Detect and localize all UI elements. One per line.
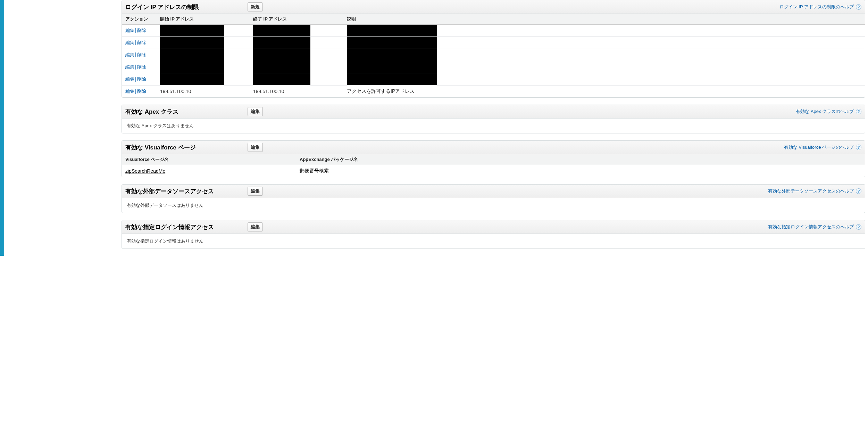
section-login-ip: ログイン IP アドレスの制限 新規 ログイン IP アドレスの制限のヘルプ ?…	[122, 0, 865, 98]
edit-button[interactable]: 編集	[248, 143, 263, 152]
section-header: 有効な Apex クラス 編集 有効な Apex クラスのヘルプ ?	[122, 105, 865, 119]
help-icon[interactable]: ?	[856, 109, 861, 114]
col-vf-name: Visualforce ページ名	[122, 154, 296, 165]
section-apex: 有効な Apex クラス 編集 有効な Apex クラスのヘルプ ? 有効な A…	[122, 105, 865, 133]
desc-cell: アクセスを許可するIPアドレス	[343, 85, 865, 98]
table-row: 編集|削除11E	[122, 61, 865, 73]
help-link[interactable]: 有効な指定ログイン情報アクセスのヘルプ	[768, 224, 854, 230]
delete-link[interactable]: 削除	[137, 64, 146, 70]
separator: |	[135, 76, 136, 82]
redaction-block	[160, 73, 224, 85]
section-header: ログイン IP アドレスの制限 新規 ログイン IP アドレスの制限のヘルプ ?	[122, 0, 865, 14]
end-ip-cell: 5	[250, 49, 343, 61]
redaction-block	[160, 61, 224, 73]
table-row: 編集|削除198.51.100.10198.51.100.10アクセスを許可する…	[122, 85, 865, 98]
section-title: ログイン IP アドレスの制限	[125, 3, 248, 11]
edit-button[interactable]: 編集	[248, 107, 263, 116]
delete-link[interactable]: 削除	[137, 89, 146, 94]
help-icon[interactable]: ?	[856, 224, 861, 230]
section-title: 有効な Apex クラス	[125, 108, 248, 116]
separator: |	[135, 64, 136, 70]
redaction-block	[253, 61, 310, 73]
table-row: 編集|削除55a	[122, 25, 865, 37]
redaction-block	[160, 49, 224, 61]
table-row: 編集|削除11E	[122, 73, 865, 85]
separator: |	[135, 88, 136, 94]
desc-cell: a	[343, 49, 865, 61]
redaction-block	[160, 37, 224, 49]
separator: |	[135, 27, 136, 33]
help-icon[interactable]: ?	[856, 4, 861, 10]
start-ip-cell: 198.51.100.10	[157, 85, 250, 98]
help-link[interactable]: 有効な Apex クラスのヘルプ	[796, 108, 854, 115]
help-link[interactable]: 有効な Visualforce ページのヘルプ	[784, 144, 854, 150]
empty-message: 有効な外部データソースはありません	[122, 198, 865, 213]
section-header: 有効な外部データソースアクセス 編集 有効な外部データソースアクセスのヘルプ ?	[122, 185, 865, 198]
edit-link[interactable]: 編集	[125, 28, 134, 33]
redaction-block	[253, 37, 310, 49]
section-title: 有効な Visualforce ページ	[125, 144, 248, 152]
edit-link[interactable]: 編集	[125, 89, 134, 94]
help-link[interactable]: 有効な外部データソースアクセスのヘルプ	[768, 188, 854, 194]
start-ip-cell: 5	[157, 37, 250, 49]
sidebar-placeholder	[4, 0, 122, 256]
new-button[interactable]: 新規	[248, 2, 263, 11]
start-ip-cell: 5	[157, 25, 250, 37]
edit-button[interactable]: 編集	[248, 222, 263, 231]
col-vf-pkg: AppExchange パッケージ名	[296, 154, 865, 165]
section-external-data-source: 有効な外部データソースアクセス 編集 有効な外部データソースアクセスのヘルプ ?…	[122, 184, 865, 213]
desc-cell: a	[343, 37, 865, 49]
left-accent-rail	[0, 0, 4, 256]
delete-link[interactable]: 削除	[137, 76, 146, 82]
col-desc: 説明	[343, 14, 865, 25]
section-visualforce: 有効な Visualforce ページ 編集 有効な Visualforce ペ…	[122, 140, 865, 177]
start-ip-cell: 1	[157, 61, 250, 73]
col-end: 終了 IP アドレス	[250, 14, 343, 25]
redaction-block	[347, 37, 437, 49]
help-icon[interactable]: ?	[856, 145, 861, 150]
help-link[interactable]: ログイン IP アドレスの制限のヘルプ	[779, 4, 854, 10]
redaction-block	[160, 25, 224, 36]
end-ip-cell: 198.51.100.10	[250, 85, 343, 98]
start-ip-cell: 1	[157, 73, 250, 85]
desc-cell: E	[343, 61, 865, 73]
redaction-block	[347, 73, 437, 85]
delete-link[interactable]: 削除	[137, 40, 146, 45]
end-ip-cell: 1	[250, 61, 343, 73]
edit-link[interactable]: 編集	[125, 52, 134, 57]
section-header: 有効な Visualforce ページ 編集 有効な Visualforce ペ…	[122, 141, 865, 154]
empty-message: 有効な指定ログイン情報はありません	[122, 234, 865, 248]
vf-table: Visualforce ページ名 AppExchange パッケージ名 zipS…	[122, 154, 865, 177]
end-ip-cell: 5	[250, 25, 343, 37]
help-icon[interactable]: ?	[856, 188, 861, 194]
start-ip-cell: 5	[157, 49, 250, 61]
table-row: 編集|削除55a	[122, 37, 865, 49]
section-named-credential: 有効な指定ログイン情報アクセス 編集 有効な指定ログイン情報アクセスのヘルプ ?…	[122, 220, 865, 249]
edit-button[interactable]: 編集	[248, 187, 263, 196]
vf-package-link[interactable]: 郵便番号検索	[300, 168, 329, 173]
edit-link[interactable]: 編集	[125, 64, 134, 70]
main-content: ログイン IP アドレスの制限 新規 ログイン IP アドレスの制限のヘルプ ?…	[122, 0, 868, 256]
section-title: 有効な指定ログイン情報アクセス	[125, 223, 248, 231]
col-start: 開始 IP アドレス	[157, 14, 250, 25]
edit-link[interactable]: 編集	[125, 40, 134, 45]
end-ip-cell: 5	[250, 37, 343, 49]
table-row: 編集|削除55a	[122, 49, 865, 61]
redaction-block	[253, 73, 310, 85]
vf-page-link[interactable]: zipSearchReadMe	[125, 168, 165, 174]
desc-cell: a	[343, 25, 865, 37]
table-row: zipSearchReadMe 郵便番号検索	[122, 165, 865, 177]
end-ip-cell: 1	[250, 73, 343, 85]
section-title: 有効な外部データソースアクセス	[125, 187, 248, 195]
edit-link[interactable]: 編集	[125, 76, 134, 82]
col-action: アクション	[122, 14, 157, 25]
empty-message: 有効な Apex クラスはありません	[122, 119, 865, 133]
section-header: 有効な指定ログイン情報アクセス 編集 有効な指定ログイン情報アクセスのヘルプ ?	[122, 220, 865, 234]
desc-cell: E	[343, 73, 865, 85]
redaction-block	[253, 25, 310, 36]
delete-link[interactable]: 削除	[137, 52, 146, 57]
delete-link[interactable]: 削除	[137, 28, 146, 33]
separator: |	[135, 40, 136, 45]
ip-table: アクション 開始 IP アドレス 終了 IP アドレス 説明 編集|削除55a編…	[122, 14, 865, 97]
redaction-block	[253, 49, 310, 61]
